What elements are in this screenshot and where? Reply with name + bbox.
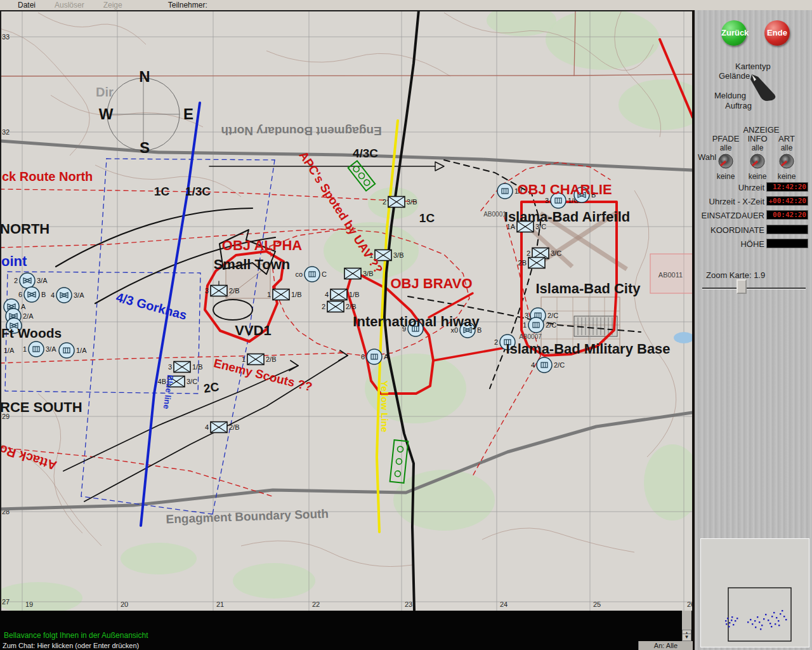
svg-text:1: 1: [267, 291, 271, 298]
svg-text:2/C: 2/C: [546, 321, 556, 329]
svg-text:33: 33: [2, 33, 10, 41]
chat-scrollbar[interactable]: ▲ ▼: [682, 611, 691, 641]
paths-knob-none: keine: [711, 172, 740, 181]
svg-text:N: N: [139, 68, 150, 85]
menu-bar: Datei Auslöser Zeige Teilnehmer:: [0, 0, 812, 10]
svg-text:1: 1: [23, 345, 27, 353]
unit-rect: 4B3/C: [158, 376, 198, 387]
svg-text:32: 32: [2, 128, 10, 136]
svg-text:1C: 1C: [154, 185, 170, 198]
map-border-left: [0, 10, 1, 611]
paths-knob-group: PFADE alle keine: [711, 134, 740, 181]
duration-readout: 00:42:20: [766, 210, 808, 220]
svg-text:Islama-Bad Airfeild: Islama-Bad Airfeild: [504, 209, 630, 225]
svg-text:AB0001: AB0001: [483, 211, 506, 218]
svg-text:Small Town: Small Town: [214, 256, 291, 272]
svg-text:W: W: [99, 105, 114, 123]
overview-minimap[interactable]: [700, 538, 809, 647]
svg-text:1/B: 1/B: [349, 291, 360, 298]
svg-text:AB0011: AB0011: [658, 271, 683, 279]
mission-button[interactable]: Auftrag: [725, 101, 752, 110]
svg-text:OBJ CHARLIE: OBJ CHARLIE: [517, 182, 612, 197]
info-knob-none: keine: [743, 172, 772, 181]
svg-text:2: 2: [322, 303, 325, 310]
map-zoom-slider-track[interactable]: [702, 288, 806, 289]
svg-text:2C: 2C: [203, 380, 220, 395]
svg-text:RCE SOUTH: RCE SOUTH: [0, 399, 82, 415]
svg-text:A: A: [384, 353, 389, 361]
svg-text:27: 27: [2, 598, 10, 606]
svg-text:3: 3: [545, 197, 549, 204]
svg-text:3: 3: [168, 363, 172, 371]
tactical-map[interactable]: 1920212223242526333229282723/B13/B3/B41/…: [0, 10, 692, 611]
svg-text:6: 6: [361, 353, 365, 361]
participants-label: Teilnehmer:: [168, 1, 207, 10]
chat-line: Bellavance folgt Ihnen in der Außenansic…: [4, 631, 679, 640]
svg-text:2/A: 2/A: [23, 312, 34, 320]
svg-text:2B: 2B: [518, 259, 527, 267]
xtime-readout: +00:42:20: [766, 196, 808, 206]
art-knob-label: ART: [772, 134, 801, 143]
map-border-top: [0, 10, 692, 11]
end-button[interactable]: Ende: [764, 20, 790, 46]
svg-text:ck Route North: ck Route North: [2, 169, 93, 183]
chat-scroll-down-icon[interactable]: ▼: [682, 633, 691, 641]
tactical-map-canvas[interactable]: 1920212223242526333229282723/B13/B3/B41/…: [0, 10, 692, 611]
menu-item-ausloeser: Auslöser: [55, 1, 84, 10]
paths-knob-label: PFADE: [711, 134, 740, 143]
svg-text:4: 4: [325, 291, 329, 298]
svg-text:B: B: [41, 291, 46, 298]
svg-text:Engagment Boundary North: Engagment Boundary North: [221, 124, 381, 138]
svg-text:2: 2: [383, 198, 386, 206]
art-knob[interactable]: [778, 152, 796, 170]
message-button[interactable]: Meldung: [714, 91, 746, 100]
svg-text:Ft Woods: Ft Woods: [1, 326, 62, 340]
map-zoom-label: Zoom Karte: 1.9: [706, 270, 765, 280]
svg-text:3: 3: [205, 287, 209, 295]
svg-text:OBJ ALPHA: OBJ ALPHA: [222, 237, 302, 253]
svg-text:Yellow Line: Yellow Line: [379, 380, 390, 432]
svg-text:2: 2: [494, 338, 498, 346]
svg-text:2/B: 2/B: [266, 355, 277, 363]
art-knob-group: ART alle keine: [772, 134, 801, 181]
unit-rect: 2B: [518, 258, 545, 269]
svg-text:1/A: 1/A: [76, 347, 87, 354]
svg-text:VVD1: VVD1: [235, 322, 271, 338]
svg-text:4: 4: [51, 291, 55, 299]
svg-text:Dir: Dir: [96, 85, 114, 99]
svg-text:1/B: 1/B: [291, 291, 302, 298]
svg-text:A: A: [21, 303, 26, 310]
svg-text:3: 3: [525, 312, 528, 319]
clock-label: Uhrzeit: [695, 183, 764, 192]
svg-text:co: co: [295, 270, 303, 278]
unit-rect: 3/B: [344, 269, 374, 279]
svg-text:3/A: 3/A: [37, 277, 48, 284]
minimap-viewport[interactable]: [728, 588, 791, 641]
svg-text:2: 2: [527, 249, 530, 257]
svg-text:4/3C: 4/3C: [353, 147, 378, 160]
svg-text:OBJ BRAVO: OBJ BRAVO: [390, 275, 472, 291]
height-readout: [766, 239, 808, 248]
menu-item-datei[interactable]: Datei: [18, 1, 36, 10]
map-zoom-slider-thumb[interactable]: [737, 279, 747, 294]
back-button[interactable]: Zurück: [721, 20, 747, 46]
info-knob-label: INFO: [743, 134, 772, 143]
paths-knob[interactable]: [717, 152, 735, 170]
svg-text:3/A: 3/A: [46, 345, 56, 353]
svg-text:NORTH: NORTH: [0, 221, 49, 237]
chat-prompt[interactable]: Zum Chat: Hier klicken (oder Enter drück…: [0, 641, 692, 650]
info-knob-all: alle: [743, 143, 772, 152]
svg-text:S: S: [140, 139, 150, 156]
svg-text:Islama-Bad Military Base: Islama-Bad Military Base: [506, 341, 670, 357]
info-knob[interactable]: [749, 152, 766, 170]
coordinate-label: KOORDINATE: [695, 225, 764, 235]
chat-target-select[interactable]: An: Alle: [638, 641, 693, 650]
svg-text:1: 1: [523, 321, 527, 329]
svg-text:1/A: 1/A: [4, 347, 15, 354]
map-type-value[interactable]: Gelände: [719, 71, 750, 81]
svg-text:2/B: 2/B: [229, 287, 240, 295]
display-section-title: ANZEIGE: [733, 125, 790, 135]
svg-text:3/C: 3/C: [551, 249, 561, 257]
coordinate-readout: [766, 225, 808, 234]
paths-knob-all: alle: [711, 143, 740, 152]
